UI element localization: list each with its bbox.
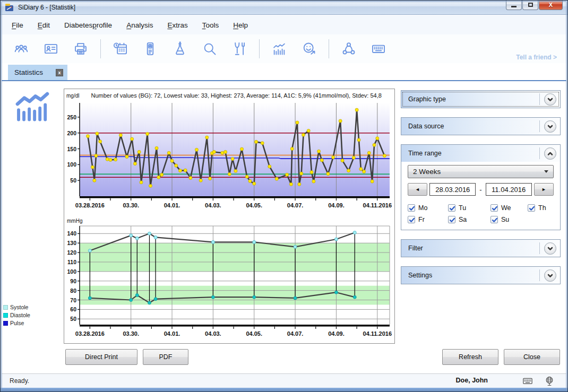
close-button[interactable]: Close (504, 349, 560, 365)
profile-card-icon[interactable] (43, 41, 59, 57)
menu-help[interactable]: Help (233, 21, 248, 29)
print-icon[interactable] (73, 41, 89, 57)
legend-label: Pulse (10, 320, 24, 326)
svg-text:70: 70 (70, 297, 76, 303)
refresh-button[interactable]: Refresh (442, 349, 498, 365)
svg-text:140: 140 (67, 230, 76, 237)
time-range-preset-select[interactable]: 2 Weeks (408, 165, 554, 178)
legend-swatch (3, 321, 8, 326)
keyboard-status-icon[interactable] (522, 376, 533, 388)
svg-text:04.11.2016: 04.11.2016 (363, 330, 392, 337)
menu-analysis[interactable]: Analysis (126, 21, 153, 29)
date-nav-row: ◄ 28.03.2016 - 11.04.2016 ► (408, 183, 554, 196)
svg-text:250: 250 (67, 114, 76, 120)
date-from-field[interactable]: 28.03.2016 (429, 183, 476, 196)
legend-item-pulse: Pulse (3, 320, 30, 326)
checkbox-we[interactable] (490, 204, 498, 212)
checkbox-su[interactable] (490, 216, 498, 223)
weekday-sa[interactable]: Sa (448, 216, 490, 223)
svg-text:110: 110 (67, 259, 76, 265)
section-header-settings[interactable]: Settings (401, 267, 560, 284)
expand-filter-button[interactable] (544, 242, 556, 255)
checkbox-th[interactable] (528, 204, 535, 212)
checkbox-fr[interactable] (408, 216, 415, 223)
weekday-we[interactable]: We (490, 204, 528, 212)
lab-values-icon[interactable] (172, 41, 188, 57)
expand-data-source-button[interactable] (544, 120, 556, 133)
menu-edit[interactable]: Edit (38, 21, 50, 29)
svg-text:04.05.: 04.05. (246, 330, 262, 337)
collapse-time-range-button[interactable] (544, 147, 556, 160)
date-to-field[interactable]: 11.04.2016 (486, 183, 532, 196)
section-graphic-type: Graphic type (401, 90, 561, 108)
app-logo-icon (5, 3, 14, 12)
prev-period-button[interactable]: ◄ (408, 183, 427, 196)
time-range-body: 2 Weeks ◄ 28.03.2016 - 11.04.2016 ► MoTu… (401, 162, 560, 230)
svg-text:120: 120 (67, 249, 76, 256)
statistics-big-icon (13, 91, 51, 126)
weekday-th[interactable]: Th (528, 204, 554, 212)
section-header-filter[interactable]: Filter (401, 240, 560, 257)
weekday-mo[interactable]: Mo (408, 204, 448, 212)
app-window: SiDiary 6 - [Statistik] X FileEditDiabet… (0, 0, 568, 392)
onscreen-keyboard-icon[interactable] (371, 41, 386, 57)
tell-a-friend-link[interactable]: Tell a friend > (516, 54, 557, 61)
pdf-button[interactable]: PDF (143, 349, 188, 365)
weekday-fr[interactable]: Fr (408, 216, 448, 223)
svg-text:80: 80 (70, 288, 76, 294)
close-window-button[interactable]: X (539, 0, 563, 10)
svg-text:150: 150 (67, 146, 76, 152)
diary-calendar-icon[interactable] (113, 41, 128, 57)
legend-item-diastole: Diastole (3, 312, 30, 318)
expand-graphic-type-button[interactable] (544, 93, 556, 106)
weekday-tu[interactable]: Tu (448, 204, 490, 212)
weekday-label: Sa (459, 216, 467, 223)
status-bar: Ready. Doe, John (2, 373, 566, 388)
svg-text:04.11.2016: 04.11.2016 (363, 202, 392, 208)
svg-text:04.09.: 04.09. (328, 330, 345, 337)
right-panel: Graphic type Data source (401, 90, 561, 293)
maximize-button[interactable] (522, 0, 538, 10)
menu-tools[interactable]: Tools (202, 21, 219, 29)
svg-text:130: 130 (67, 240, 76, 246)
section-header-time-range[interactable]: Time range (401, 145, 560, 162)
weekday-su[interactable]: Su (490, 216, 528, 223)
checkbox-sa[interactable] (448, 216, 455, 223)
share-icon[interactable] (341, 41, 357, 57)
weekday-label: Su (501, 216, 509, 223)
expand-settings-button[interactable] (544, 269, 556, 282)
tab-statistics[interactable]: Statistics x (8, 65, 67, 80)
section-header-data-source[interactable]: Data source (401, 118, 560, 135)
patients-icon[interactable] (13, 41, 29, 57)
checkbox-mo[interactable] (408, 204, 415, 212)
statistics-icon[interactable] (271, 41, 287, 57)
tab-close-icon[interactable]: x (56, 69, 63, 76)
menu-extras[interactable]: Extras (167, 21, 187, 29)
direct-print-button[interactable]: Direct Print (65, 349, 137, 365)
bp-chart: mmHg506070809010011012013014003.28.20160… (65, 216, 394, 345)
svg-text:03.28.2016: 03.28.2016 (75, 202, 105, 208)
minimize-button[interactable] (506, 0, 522, 10)
weekday-label: We (501, 204, 511, 212)
legend-label: Diastole (10, 312, 30, 318)
preset-value: 2 Weeks (413, 168, 544, 176)
next-period-button[interactable]: ► (534, 183, 554, 196)
checkbox-tu[interactable] (448, 204, 455, 212)
nutrition-icon[interactable] (231, 41, 247, 57)
toolbar-separator (329, 39, 329, 58)
section-label: Graphic type (408, 95, 539, 103)
search-icon[interactable] (202, 41, 218, 57)
legend-item-systole: Systole (3, 304, 30, 310)
section-time-range: Time range 2 Weeks ◄ 28.03.2016 (401, 144, 561, 230)
section-header-graphic-type[interactable]: Graphic type (401, 91, 560, 108)
wellbeing-icon[interactable] (301, 41, 317, 57)
toolbar-separator (100, 39, 101, 58)
main-area: SystoleDiastolePulse mg/dl Number of val… (2, 81, 566, 373)
menu-file[interactable]: File (12, 21, 23, 29)
menu-diabetesprofile[interactable]: Diabetesprofile (64, 21, 112, 29)
bg-meter-icon[interactable] (142, 41, 158, 57)
section-settings: Settings (401, 266, 561, 284)
section-label: Filter (408, 245, 539, 252)
bg-chart-header: mg/dl Number of values (BG): 72, Lowest … (64, 89, 394, 101)
legend-swatch (3, 305, 8, 310)
